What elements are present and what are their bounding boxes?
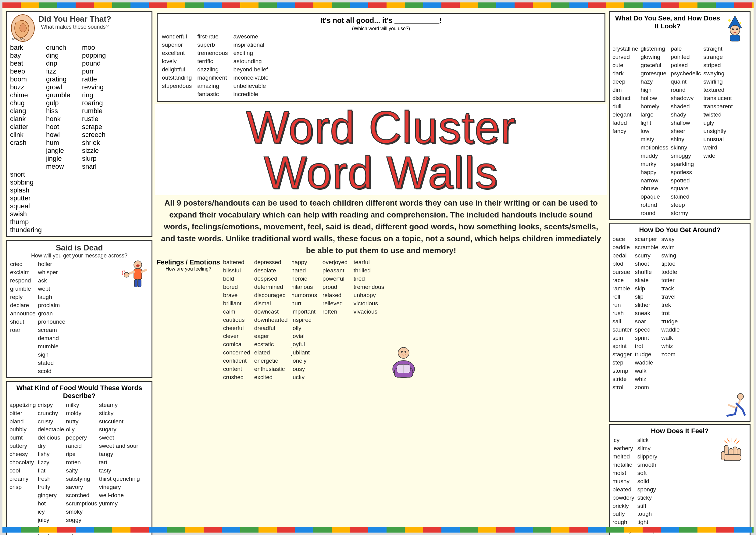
- word-item: important: [291, 308, 319, 316]
- movement-col1: pacepaddlepedalplodpursueraceramblerollr…: [612, 235, 632, 391]
- bottom-border: [2, 527, 754, 533]
- word-item: shallow: [671, 119, 701, 127]
- word-item: hilarious: [291, 283, 319, 291]
- word-item: plod: [612, 260, 632, 268]
- feelings-col2: depresseddesolatedespiseddetermineddisco…: [254, 258, 288, 382]
- reading-icon: [388, 346, 419, 380]
- word-item: hot: [38, 500, 64, 508]
- word-item: psychedelic: [671, 70, 701, 78]
- word-item: stiff: [637, 502, 658, 510]
- feel-col1: icyleatherymeltedmetallicmoistmushypleat…: [612, 436, 634, 535]
- svg-line-39: [742, 409, 745, 415]
- word-item: skate: [635, 276, 658, 285]
- word-item: salty: [66, 467, 97, 475]
- word-item: solid: [637, 477, 658, 486]
- word-item: hum: [46, 139, 80, 147]
- word-item: stride: [612, 375, 632, 383]
- word-item: track: [661, 285, 680, 293]
- word-item: toddle: [661, 268, 680, 276]
- word-item: appetizing: [10, 401, 36, 409]
- svg-rect-4: [134, 269, 142, 279]
- word-item: cheesy: [10, 450, 36, 459]
- word-item: dark: [612, 70, 638, 78]
- word-item: slip: [635, 293, 658, 301]
- word-item: trudge: [661, 318, 680, 326]
- word-item: enthusiastic: [254, 365, 288, 373]
- word-item: lousy: [291, 365, 319, 373]
- word-item: superb: [197, 41, 228, 49]
- word-item: respond: [10, 277, 35, 285]
- word-item: pursue: [612, 268, 632, 276]
- looks-col2: glisteningglowinggracefulgrotesquehazyhi…: [640, 45, 668, 217]
- feelings-sub: How are you feeling?: [157, 266, 220, 272]
- word-item: grotesque: [640, 70, 668, 78]
- looks-header-row: What Do You See, and How Does It Look?: [612, 14, 747, 43]
- main-title-line1: Word Cluster: [155, 105, 607, 150]
- sound-col1: barkbaybeatbeepboombuzzchimechugclangcla…: [10, 43, 43, 171]
- word-item: pronounce: [38, 318, 65, 326]
- word-item: striped: [704, 61, 733, 70]
- word-item: scrumptious: [66, 500, 97, 508]
- word-item: humorous: [291, 291, 319, 299]
- feelings-col3: happyhatedheroichilarioushumoroushurtimp…: [291, 258, 319, 382]
- word-item: cautious: [223, 316, 251, 324]
- word-item: savory: [66, 483, 97, 492]
- good-col1: wonderfulsuperiorexcellentlovelydelightf…: [162, 33, 192, 99]
- word-item: swish: [10, 210, 43, 218]
- word-item: reply: [10, 293, 35, 301]
- word-item: bark: [10, 43, 43, 51]
- left-column: bark bay Did You Hear That? What makes t…: [2, 8, 155, 533]
- svg-text:((: ((: [122, 269, 125, 275]
- word-item: leathery: [612, 444, 634, 453]
- taste-col4: steamystickysucculentsugarysweetsweet an…: [99, 401, 140, 535]
- svg-point-31: [728, 19, 731, 22]
- word-item: calm: [223, 308, 251, 316]
- word-item: speed: [635, 326, 658, 334]
- looks-col4: straightstrangestripedswayingswirlingtex…: [704, 45, 733, 217]
- word-item: excellent: [162, 49, 192, 57]
- reading-clipart: [388, 346, 419, 381]
- word-item: sheer: [671, 127, 701, 135]
- word-item: fantastic: [197, 90, 228, 99]
- word-item: growl: [46, 83, 80, 91]
- word-item: shiny: [671, 135, 701, 144]
- word-item: twisted: [704, 111, 733, 119]
- word-item: magnificent: [197, 74, 228, 82]
- wizard-icon: [723, 14, 747, 42]
- sound-word-columns: barkbaybeatbeepboombuzzchimechugclangcla…: [10, 43, 148, 234]
- word-item: sobbing: [10, 179, 43, 186]
- word-item: unbelievable: [233, 82, 269, 90]
- word-item: narrow: [640, 177, 668, 185]
- word-item: shout: [10, 318, 35, 326]
- word-item: relaxed: [323, 291, 350, 299]
- word-item: swirling: [704, 78, 733, 86]
- svg-point-29: [736, 28, 738, 30]
- word-item: fancy: [612, 127, 638, 135]
- word-item: awesome: [233, 33, 269, 41]
- word-item: light: [640, 119, 668, 127]
- word-item: chocolaty: [10, 459, 36, 467]
- word-item: smoggy: [671, 152, 701, 160]
- word-item: clink: [10, 131, 43, 139]
- word-item: ring: [82, 91, 116, 99]
- word-item: energetic: [254, 357, 288, 365]
- word-item: roll: [612, 293, 632, 301]
- word-item: scream: [38, 326, 65, 334]
- word-item: metallic: [612, 461, 634, 469]
- word-item: sugary: [99, 426, 140, 434]
- word-item: determined: [254, 283, 288, 291]
- taste-section: What Kind of Food Would These Words Desc…: [6, 381, 152, 535]
- word-item: murky: [640, 160, 668, 168]
- word-item: glistening: [640, 45, 668, 53]
- word-item: concerned: [223, 349, 251, 357]
- word-item: pointed: [671, 53, 701, 61]
- word-item: slimy: [637, 444, 658, 453]
- word-item: inspirational: [233, 41, 269, 49]
- movement-cols: pacepaddlepedalplodpursueraceramblerollr…: [612, 235, 747, 391]
- word-item: unusual: [704, 135, 733, 144]
- word-item: shady: [671, 111, 701, 119]
- right-column: What Do You See, and How Does It Look?: [607, 8, 754, 533]
- word-item: bored: [223, 283, 251, 291]
- word-item: sizzle: [82, 147, 116, 155]
- word-item: groan: [38, 310, 65, 318]
